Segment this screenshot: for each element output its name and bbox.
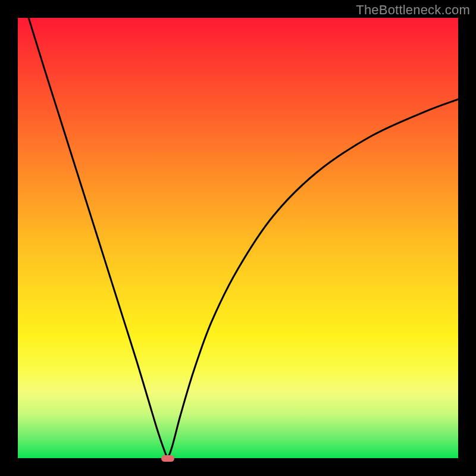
watermark-text: TheBottleneck.com xyxy=(356,2,470,18)
bottleneck-curve-svg xyxy=(18,18,458,458)
chart-frame: TheBottleneck.com xyxy=(0,0,476,476)
minimum-marker xyxy=(161,455,174,462)
bottleneck-curve-path xyxy=(18,0,458,456)
